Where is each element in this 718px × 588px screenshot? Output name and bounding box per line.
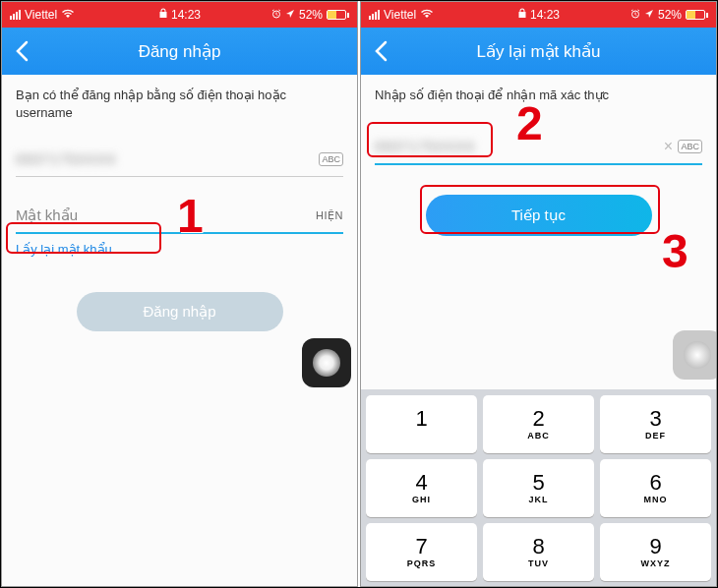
numeric-keypad: 12ABC3DEF4GHI5JKL6MNO7PQRS8TUV9WXYZ	[361, 389, 716, 586]
keypad-key-4[interactable]: 4GHI	[366, 459, 477, 517]
battery-icon	[686, 10, 708, 20]
keypad-key-1[interactable]: 1	[366, 395, 477, 453]
phone-value-masked: 0937175XXXX	[16, 151, 117, 167]
keypad-key-7[interactable]: 7PQRS	[366, 523, 477, 581]
back-button[interactable]	[361, 28, 400, 75]
status-time: 14:23	[530, 8, 560, 22]
lock-icon	[158, 8, 167, 22]
phone-input[interactable]: 0937175XXXX × ABC	[375, 130, 702, 165]
instruction-text: Nhập số điện thoại để nhận mã xác thực	[361, 75, 716, 114]
back-button[interactable]	[2, 28, 41, 75]
keypad-key-5[interactable]: 5JKL	[483, 459, 594, 517]
page-title: Lấy lại mật khẩu	[361, 41, 716, 62]
password-placeholder: Mật khẩu	[16, 206, 316, 224]
login-screen: Viettel 14:23 52% Đăng nhập	[1, 1, 358, 587]
battery-icon	[327, 10, 349, 20]
alarm-icon	[630, 8, 640, 22]
keypad-key-9[interactable]: 9WXYZ	[600, 523, 711, 581]
status-time: 14:23	[171, 8, 201, 22]
signal-icon	[10, 10, 21, 20]
wifi-icon	[61, 8, 75, 22]
recover-password-screen: Viettel 14:23 52% Lấy lại mật khẩu	[360, 1, 717, 587]
forgot-password-link[interactable]: Lấy lại mật khẩu	[2, 234, 357, 265]
assistive-touch-icon[interactable]	[673, 330, 717, 380]
phone-value-masked: 0937175XXXX	[375, 139, 476, 154]
keypad-key-3[interactable]: 3DEF	[600, 395, 711, 453]
assistive-touch-icon[interactable]	[302, 338, 351, 387]
keypad-key-6[interactable]: 6MNO	[600, 459, 711, 517]
show-password-toggle[interactable]: HIỆN	[316, 209, 343, 222]
carrier-label: Viettel	[384, 8, 416, 22]
location-icon	[644, 8, 654, 22]
password-input[interactable]: Mật khẩu HIỆN	[16, 199, 343, 234]
signal-icon	[369, 10, 380, 20]
status-bar: Viettel 14:23 52%	[361, 2, 716, 28]
instruction-text: Bạn có thể đăng nhập bằng số điện thoại …	[2, 75, 357, 132]
wifi-icon	[420, 8, 434, 22]
recover-content: Nhập số điện thoại để nhận mã xác thực 0…	[361, 75, 716, 586]
location-icon	[285, 8, 295, 22]
alarm-icon	[271, 8, 281, 22]
carrier-label: Viettel	[25, 8, 57, 22]
status-bar: Viettel 14:23 52%	[2, 2, 357, 28]
keypad-key-2[interactable]: 2ABC	[483, 395, 594, 453]
login-button[interactable]: Đăng nhập	[77, 292, 283, 331]
phone-input[interactable]: 0937175XXXX ABC	[16, 142, 343, 177]
battery-pct: 52%	[299, 8, 323, 22]
page-title: Đăng nhập	[2, 41, 357, 62]
nav-bar: Đăng nhập	[2, 28, 357, 75]
battery-pct: 52%	[658, 8, 682, 22]
continue-button[interactable]: Tiếp tục	[426, 195, 652, 236]
keypad-key-8[interactable]: 8TUV	[483, 523, 594, 581]
keyboard-mode-badge[interactable]: ABC	[319, 152, 343, 166]
nav-bar: Lấy lại mật khẩu	[361, 28, 716, 75]
lock-icon	[517, 8, 526, 22]
clear-input-icon[interactable]: ×	[664, 138, 673, 155]
side-by-side-container: Viettel 14:23 52% Đăng nhập	[0, 0, 718, 588]
keyboard-mode-badge[interactable]: ABC	[678, 140, 702, 153]
login-content: Bạn có thể đăng nhập bằng số điện thoại …	[2, 75, 357, 586]
